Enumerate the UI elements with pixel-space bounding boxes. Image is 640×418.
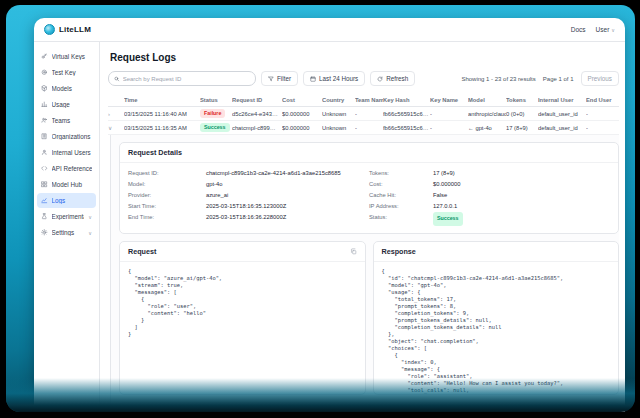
copy-icon[interactable] [350,248,357,255]
filter-button[interactable]: Filter [261,71,298,86]
search-box[interactable] [108,71,256,86]
sidebar-item-virtual-keys[interactable]: Virtual Keys [37,49,96,64]
status-badge: Failure [200,109,225,118]
sidebar-item-internal-users[interactable]: Internal Users [37,145,96,160]
details-right-column: Tokens:17 (8+9) Cost:$0.000000 Cache Hit… [369,168,610,226]
search-icon [114,76,120,82]
chevron-down-icon: ∨ [88,230,92,236]
response-json: { "id": "chatcmpl-c899c1b3-ca2e-4214-a6d… [374,262,619,395]
sidebar-item-model-hub[interactable]: Model Hub [37,177,96,192]
sidebar-item-test-key[interactable]: Test Key [37,65,96,80]
request-panel-title: Request [128,247,156,256]
request-panel: Request { "model": "azure_ai/gpt-4o", "s… [119,241,366,395]
request-logs-table: Time Status Request ID Cost Country Team… [108,94,619,135]
calendar-icon [310,76,316,82]
sidebar-item-organizations[interactable]: Organizations [37,129,96,144]
gear-icon [41,229,48,236]
line-chart-icon [41,197,48,204]
refresh-icon [377,76,383,82]
model-value: gpt-4o [206,179,222,190]
collapse-chevron-icon[interactable]: ∨ [108,125,124,131]
sidebar-item-experimental[interactable]: Experimental ∨ [37,209,96,224]
expand-chevron-icon[interactable]: › [108,111,124,117]
wallpaper-card: LiteLLM Docs User∨ Virtual Keys [6,5,635,412]
people-icon [41,117,48,124]
request-json: { "model": "azure_ai/gpt-4o", "stream": … [120,262,365,344]
status-badge: Success [200,123,230,132]
grid-icon [41,181,48,188]
docs-link[interactable]: Docs [571,26,586,33]
page-title: Request Logs [110,52,619,63]
refresh-button[interactable]: Refresh [370,71,415,86]
desktop-background: LiteLLM Docs User∨ Virtual Keys [0,0,640,418]
details-left-column: Request ID:chatcmpl-c899c1b3-ca2e-4214-a… [128,168,369,226]
cube-icon [41,85,48,92]
table-row[interactable]: › 03/15/2025 11:16:40 AM Failure d5c26ce… [108,107,619,121]
results-count: Showing 1 - 23 of 23 results [461,76,535,82]
cache-hit-value: False [433,190,447,201]
code-icon [41,165,48,172]
start-time-value: 2025-03-15T18:16:35.123000Z [206,201,286,212]
bar-chart-icon [41,101,48,108]
building-icon [41,133,48,140]
chevron-down-icon: ∨ [611,27,615,33]
sidebar-item-logs[interactable]: Logs [37,193,96,208]
sidebar-item-usage[interactable]: Usage [37,97,96,112]
request-id-value: chatcmpl-c899c1b3-ca2e-4214-a6d1-a3ae215… [206,168,341,179]
table-header-row: Time Status Request ID Cost Country Team… [108,94,619,107]
expanded-row-details: Request Details Request ID:chatcmpl-c899… [110,135,619,412]
top-navbar: LiteLLM Docs User∨ [34,18,625,42]
time-range-button[interactable]: Last 24 Hours [303,71,365,86]
chevron-down-icon: ∨ [88,214,92,220]
request-details-card: Request Details Request ID:chatcmpl-c899… [119,142,619,234]
litellm-app-window: LiteLLM Docs User∨ Virtual Keys [34,18,625,412]
brand-name: LiteLLM [59,25,91,34]
response-panel-title: Response [382,247,416,256]
end-time-value: 2025-03-15T18:16:36.228000Z [206,212,286,223]
status-badge: Success [433,212,463,226]
search-input[interactable] [123,76,250,82]
flask-icon [41,213,48,220]
target-icon [41,69,48,76]
page-indicator: Page 1 of 1 [543,76,574,82]
sidebar-item-api-reference[interactable]: API Reference [37,161,96,176]
previous-page-button[interactable]: Previous [581,71,620,86]
sidebar-item-settings[interactable]: Settings ∨ [37,225,96,240]
cost-value: $0.000000 [433,179,460,190]
funnel-icon [268,76,274,82]
sidebar-item-teams[interactable]: Teams [37,113,96,128]
response-panel: Response { "id": "chatcmpl-c899c1b3-ca2e… [373,241,620,395]
sidebar-item-models[interactable]: Models [37,81,96,96]
sidebar: Virtual Keys Test Key Models Usage [34,42,100,412]
tokens-value: 17 (8+9) [433,168,455,179]
person-icon [41,149,48,156]
table-row-expanded[interactable]: ∨ 03/15/2025 11:16:35 AM Success chatcmp… [108,121,619,135]
toolbar: Filter Last 24 Hours Refresh Showing 1 -… [108,71,619,86]
brand: LiteLLM [44,24,91,35]
ip-address-value: 127.0.0.1 [433,201,457,212]
main-content: Request Logs Filter Last 24 Hours [100,42,625,412]
user-menu[interactable]: User∨ [596,26,615,33]
litellm-logo-icon [44,24,55,35]
provider-value: azure_ai [206,190,228,201]
request-details-title: Request Details [120,143,618,163]
key-icon [41,53,48,60]
bottom-fade-overlay [6,378,635,412]
